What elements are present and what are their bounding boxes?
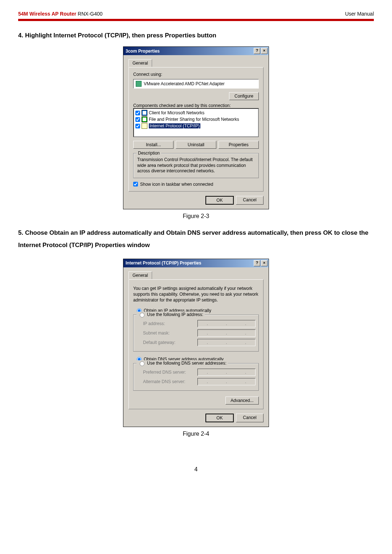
subnet-label: Subnet mask: xyxy=(143,331,194,336)
description-legend: Description xyxy=(136,151,161,156)
component-label: Internet Protocol (TCP/IP) xyxy=(149,123,200,128)
step-5-text: 5. Choose Obtain an IP address automatic… xyxy=(18,227,374,251)
step-4-heading: 4. Highlight Internet Protocol (TCP/IP),… xyxy=(18,32,374,39)
client-icon xyxy=(142,110,147,116)
dialog-title: 3com Properties xyxy=(126,49,160,54)
alternate-dns-input: ... xyxy=(197,378,256,385)
doc-header: 54M Wireless AP Router RNX-G400 User Man… xyxy=(18,11,374,19)
advanced-button[interactable]: Advanced... xyxy=(225,397,259,405)
manual-dns-group: Use the following DNS server addresses: … xyxy=(133,363,259,391)
figure-2-3-caption: Figure 2-3 xyxy=(18,213,374,219)
manual-ip-group: Use the following IP address: IP address… xyxy=(133,315,259,352)
description-text: Transmission Control Protocol/Internet P… xyxy=(137,157,255,174)
network-adapter-icon xyxy=(136,81,142,87)
product-name: 54M Wireless AP Router xyxy=(18,11,76,17)
properties-button[interactable]: Properties xyxy=(219,141,259,149)
close-button[interactable]: × xyxy=(261,48,268,54)
list-item-selected[interactable]: Internet Protocol (TCP/IP) xyxy=(135,123,257,129)
dialog-titlebar: Internet Protocol (TCP/IP) Properties ? … xyxy=(123,259,269,267)
figure-2-4-caption: Figure 2-4 xyxy=(18,431,374,437)
cancel-button[interactable]: Cancel xyxy=(236,414,264,422)
adapter-field: VMware Accelerated AMD PCNet Adapter xyxy=(133,79,259,89)
ok-button[interactable]: OK xyxy=(205,414,234,422)
components-listbox[interactable]: Client for Microsoft Networks File and P… xyxy=(133,108,259,137)
file-share-icon xyxy=(142,116,147,122)
use-following-dns-radio[interactable] xyxy=(140,361,144,366)
show-icon-label: Show icon in taskbar when connected xyxy=(140,182,213,187)
ip-address-input: ... xyxy=(197,320,256,327)
component-label: Client for Microsoft Networks xyxy=(149,110,204,115)
tab-panel: Connect using: VMware Accelerated AMD PC… xyxy=(128,67,264,192)
subnet-input: ... xyxy=(197,329,256,337)
header-divider xyxy=(18,19,374,21)
dialog-titlebar: 3com Properties ? × xyxy=(123,47,269,55)
install-button[interactable]: Install... xyxy=(133,141,173,149)
intro-text: You can get IP settings assigned automat… xyxy=(133,286,259,303)
uninstall-button[interactable]: Uninstall xyxy=(176,141,216,149)
description-group: Description Transmission Control Protoco… xyxy=(133,153,259,178)
product-model: RNX-G400 xyxy=(78,11,102,17)
components-label: Components checked are used by this conn… xyxy=(133,103,259,108)
connection-properties-dialog: 3com Properties ? × General Connect usin… xyxy=(123,46,269,209)
tcpip-properties-dialog: Internet Protocol (TCP/IP) Properties ? … xyxy=(123,259,269,427)
help-button[interactable]: ? xyxy=(254,48,260,54)
list-item[interactable]: File and Printer Sharing for Microsoft N… xyxy=(135,116,257,123)
ok-button[interactable]: OK xyxy=(205,196,234,205)
help-button[interactable]: ? xyxy=(254,260,260,266)
tab-general[interactable]: General xyxy=(128,271,152,279)
gateway-label: Default gateway: xyxy=(143,340,194,345)
component-checkbox[interactable] xyxy=(135,124,140,128)
use-following-ip-radio[interactable] xyxy=(140,313,144,317)
tab-panel: You can get IP settings assigned automat… xyxy=(128,279,264,410)
close-button[interactable]: × xyxy=(261,260,268,266)
cancel-button[interactable]: Cancel xyxy=(236,196,264,205)
component-label: File and Printer Sharing for Microsoft N… xyxy=(149,117,239,122)
show-icon-checkbox[interactable] xyxy=(133,182,138,186)
preferred-dns-input: ... xyxy=(197,369,256,376)
connect-using-label: Connect using: xyxy=(133,72,259,77)
configure-button[interactable]: Configure xyxy=(229,92,259,100)
preferred-dns-label: Preferred DNS server: xyxy=(143,370,194,375)
dialog-title: Internet Protocol (TCP/IP) Properties xyxy=(126,260,201,266)
component-checkbox[interactable] xyxy=(135,117,140,122)
alternate-dns-label: Alternate DNS server: xyxy=(143,379,194,384)
page-number: 4 xyxy=(18,466,374,473)
tab-general[interactable]: General xyxy=(128,59,152,67)
gateway-input: ... xyxy=(197,339,256,346)
ip-address-label: IP address: xyxy=(143,321,194,326)
use-following-ip-label: Use the following IP address: xyxy=(147,312,203,317)
protocol-icon xyxy=(142,123,147,129)
component-checkbox[interactable] xyxy=(135,111,140,115)
adapter-name: VMware Accelerated AMD PCNet Adapter xyxy=(144,81,225,86)
use-following-dns-label: Use the following DNS server addresses: xyxy=(147,361,226,366)
doc-label: User Manual xyxy=(345,11,374,17)
list-item[interactable]: Client for Microsoft Networks xyxy=(135,110,257,116)
